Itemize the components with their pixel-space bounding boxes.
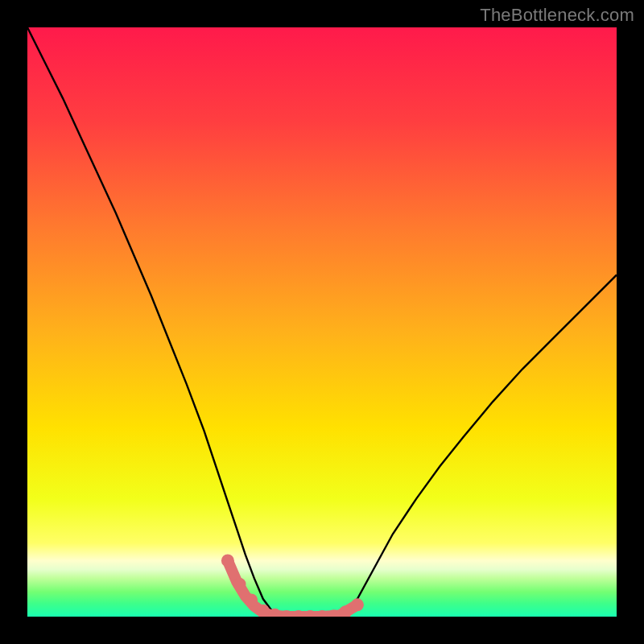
highlight-dot — [233, 578, 246, 591]
highlight-dot — [257, 605, 270, 617]
gradient-background — [27, 27, 617, 617]
highlight-dot — [221, 554, 234, 567]
watermark-text: TheBottleneck.com — [480, 5, 634, 26]
highlight-dot — [245, 594, 258, 607]
chart-frame: TheBottleneck.com — [0, 0, 644, 644]
highlight-dot — [351, 598, 364, 611]
plot-area — [27, 27, 617, 617]
bottleneck-chart — [27, 27, 617, 617]
